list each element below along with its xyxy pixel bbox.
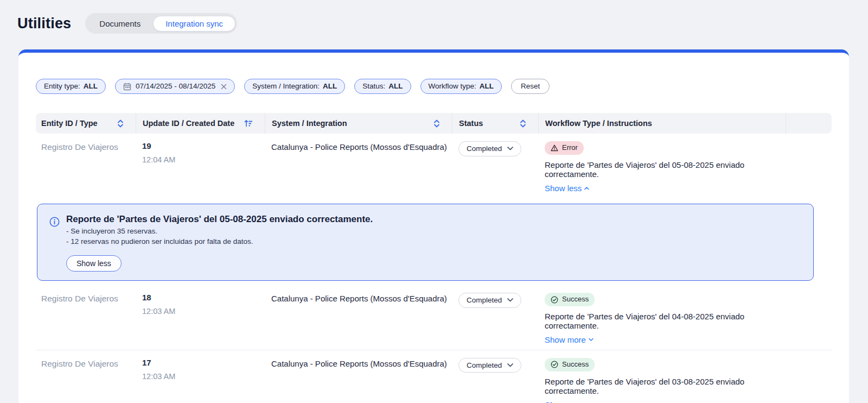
filter-entity-type-value: ALL bbox=[84, 82, 98, 91]
filter-system-integration[interactable]: System / Integration: ALL bbox=[244, 79, 345, 94]
caret-up-icon bbox=[584, 187, 589, 190]
tab-integration-sync[interactable]: Integration sync bbox=[153, 16, 235, 32]
success-badge: Success bbox=[545, 293, 595, 306]
system-cell: Catalunya - Police Reports (Mossos d'Esq… bbox=[265, 293, 452, 344]
workflow-cell: Success Reporte de 'Partes de Viajeros' … bbox=[538, 293, 786, 344]
sort-icon[interactable] bbox=[117, 119, 124, 128]
success-badge: Success bbox=[545, 358, 595, 371]
filter-workflow-label: Workflow type: bbox=[429, 82, 476, 91]
filter-date-range-value: 07/14/2025 - 08/14/2025 bbox=[136, 82, 215, 91]
update-cell: 19 12:04 AM bbox=[136, 141, 265, 193]
table-row: Registro De Viajeros 17 12:03 AM Catalun… bbox=[36, 350, 832, 403]
check-circle-icon bbox=[551, 361, 558, 368]
panel-detail-line: - 12 reservas no pudieron ser incluidas … bbox=[66, 237, 800, 245]
workflow-cell: Error Reporte de 'Partes de Viajeros' de… bbox=[538, 141, 786, 193]
info-icon bbox=[49, 217, 60, 272]
column-header-workflow: Workflow Type / Instructions bbox=[538, 113, 786, 134]
filter-workflow-value: ALL bbox=[480, 82, 494, 91]
filter-system-label: System / Integration: bbox=[252, 82, 320, 91]
status-dropdown[interactable]: Completed bbox=[458, 358, 521, 373]
expanded-detail-panel: Reporte de 'Partes de Viajeros' del 05-0… bbox=[37, 204, 814, 281]
show-more-link[interactable]: Show more bbox=[545, 400, 593, 403]
system-cell: Catalunya - Police Reports (Mossos d'Esq… bbox=[265, 141, 452, 193]
panel-detail-line: - Se incluyeron 35 reservas. bbox=[66, 227, 800, 235]
instructions-text: Reporte de 'Partes de Viajeros' del 05-0… bbox=[545, 160, 786, 179]
filter-entity-type[interactable]: Entity type: ALL bbox=[36, 79, 106, 94]
system-cell: Catalunya - Police Reports (Mossos d'Esq… bbox=[265, 358, 452, 403]
topbar: Utilities Documents Integration sync bbox=[0, 0, 868, 34]
filter-system-value: ALL bbox=[323, 82, 337, 91]
filter-date-range[interactable]: 07/14/2025 - 08/14/2025 bbox=[115, 79, 235, 94]
filter-entity-type-label: Entity type: bbox=[44, 82, 80, 91]
chevron-down-icon bbox=[507, 363, 513, 367]
update-id: 18 bbox=[142, 293, 265, 302]
filter-workflow-type[interactable]: Workflow type: ALL bbox=[420, 79, 502, 94]
column-header-system: System / Integration bbox=[265, 113, 452, 134]
integration-sync-card: Entity type: ALL 07/14/2025 - 08/14/2025… bbox=[18, 49, 849, 403]
tab-group: Documents Integration sync bbox=[85, 13, 237, 34]
instructions-text: Reporte de 'Partes de Viajeros' del 03-0… bbox=[545, 377, 786, 395]
workflow-cell: Success Reporte de 'Partes de Viajeros' … bbox=[538, 358, 786, 403]
column-header-entity: Entity ID / Type bbox=[36, 113, 136, 134]
status-dropdown[interactable]: Completed bbox=[458, 293, 521, 308]
instructions-text: Reporte de 'Partes de Viajeros' del 04-0… bbox=[545, 312, 786, 330]
update-cell: 18 12:03 AM bbox=[136, 293, 265, 344]
table-row: Registro De Viajeros 18 12:03 AM Catalun… bbox=[36, 285, 832, 350]
calendar-icon bbox=[123, 83, 131, 91]
error-badge: Error bbox=[545, 141, 584, 155]
column-header-actions bbox=[786, 113, 832, 134]
chevron-down-icon bbox=[507, 147, 513, 150]
update-cell: 17 12:03 AM bbox=[136, 358, 265, 403]
status-dropdown[interactable]: Completed bbox=[458, 141, 521, 156]
created-time: 12:03 AM bbox=[142, 307, 265, 316]
entity-type-cell: Registro De Viajeros bbox=[36, 141, 136, 193]
created-time: 12:04 AM bbox=[142, 155, 265, 164]
created-time: 12:03 AM bbox=[142, 372, 265, 381]
entity-type-cell: Registro De Viajeros bbox=[36, 358, 136, 403]
reset-filters-button[interactable]: Reset bbox=[511, 79, 550, 94]
caret-down-icon bbox=[589, 338, 593, 341]
filter-status-label: Status: bbox=[362, 82, 385, 91]
clear-date-filter-icon[interactable] bbox=[221, 84, 227, 90]
table-header: Entity ID / Type Update ID / Created Dat… bbox=[36, 113, 832, 134]
column-header-update: Update ID / Created Date bbox=[136, 113, 265, 134]
update-id: 19 bbox=[142, 141, 265, 150]
update-id: 17 bbox=[142, 358, 265, 367]
column-header-status: Status bbox=[452, 113, 538, 134]
sort-ascending-icon[interactable] bbox=[244, 119, 253, 127]
filter-status[interactable]: Status: ALL bbox=[354, 79, 411, 94]
filter-bar: Entity type: ALL 07/14/2025 - 08/14/2025… bbox=[36, 79, 832, 94]
page-title: Utilities bbox=[17, 15, 71, 32]
status-cell: Completed bbox=[452, 141, 538, 193]
status-cell: Completed bbox=[452, 293, 538, 344]
show-more-link[interactable]: Show more bbox=[545, 335, 593, 344]
chevron-down-icon bbox=[507, 298, 513, 302]
filter-status-value: ALL bbox=[388, 82, 403, 91]
sort-icon[interactable] bbox=[433, 119, 440, 128]
show-less-link[interactable]: Show less bbox=[545, 184, 589, 193]
status-cell: Completed bbox=[452, 358, 538, 403]
tab-documents[interactable]: Documents bbox=[87, 16, 153, 32]
panel-show-less-button[interactable]: Show less bbox=[66, 255, 122, 272]
entity-type-cell: Registro De Viajeros bbox=[36, 293, 136, 344]
warning-icon bbox=[551, 144, 558, 152]
panel-title: Reporte de 'Partes de Viajeros' del 05-0… bbox=[66, 214, 800, 225]
table-row: Registro De Viajeros 19 12:04 AM Catalun… bbox=[36, 134, 832, 198]
sort-icon[interactable] bbox=[520, 119, 526, 128]
check-circle-icon bbox=[551, 296, 558, 304]
